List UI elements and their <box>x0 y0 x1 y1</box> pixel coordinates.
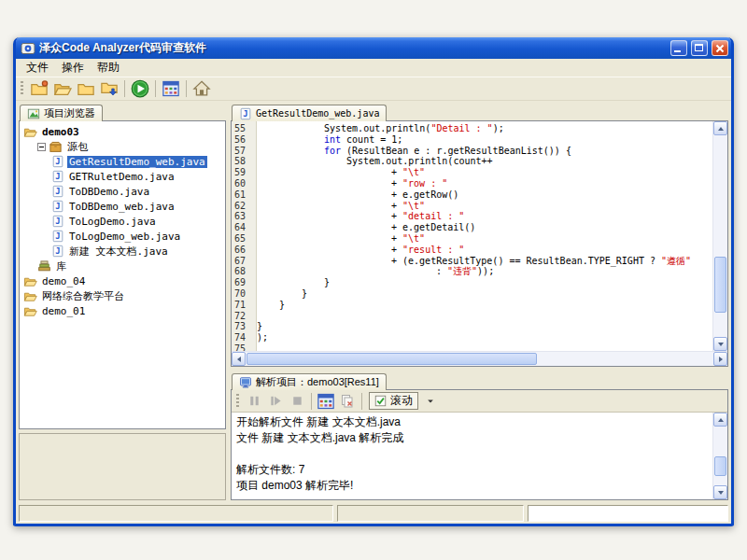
titlebar[interactable]: 泽众Code Analyzer代码审查软件 <box>16 37 731 59</box>
svg-text:J: J <box>55 157 60 166</box>
app-icon <box>21 41 35 56</box>
close-project-button[interactable] <box>76 78 96 99</box>
java-file-icon: J <box>51 155 64 168</box>
stop-button[interactable] <box>288 392 306 411</box>
status-field[interactable] <box>528 505 728 522</box>
tree-item-label: demo03 <box>40 126 81 138</box>
pause-button[interactable] <box>245 392 263 411</box>
tree-item[interactable]: J新建 文本文档.java <box>20 244 225 259</box>
code-line: ); <box>257 332 712 343</box>
toolbar-separator <box>155 80 156 97</box>
report-icon <box>317 392 335 411</box>
parse-log[interactable]: 开始解析文件 新建 文本文档.java文件 新建 文本文档.java 解析完成 … <box>232 413 712 499</box>
explorer-tab-icon <box>27 107 40 120</box>
code-area[interactable]: System.out.println("Detail : ");int coun… <box>257 121 712 351</box>
project-explorer-panel: 项目浏览器 demo03源包JGetResultDemo_web.javaJGE… <box>19 104 226 500</box>
resume-button[interactable] <box>266 392 285 411</box>
parse-tabstrip: 解析项目：demo03[Res11] <box>231 372 728 389</box>
tree-item[interactable]: JToDBDemo_web.java <box>20 199 225 214</box>
dropdown-arrow-icon <box>426 397 435 406</box>
tree-item-label: GetResultDemo_web.java <box>67 156 207 168</box>
minimize-button[interactable] <box>670 40 687 56</box>
code-line: + "\t" <box>257 233 712 245</box>
svg-text:J: J <box>55 172 60 181</box>
toolbar-grip <box>236 394 239 409</box>
tab-project-explorer[interactable]: 项目浏览器 <box>20 105 103 121</box>
scroll-up-button[interactable] <box>713 121 727 135</box>
tab-parse-project[interactable]: 解析项目：demo03[Res11] <box>232 373 387 390</box>
explorer-tab-label: 项目浏览器 <box>44 106 95 120</box>
run-analysis-button[interactable] <box>130 78 150 99</box>
run-icon <box>131 79 149 98</box>
tree-item[interactable]: JGETRuletDemo.java <box>20 169 225 184</box>
home-button[interactable] <box>191 78 212 99</box>
code-line <box>257 311 712 322</box>
tree-item[interactable]: 网络综合教学平台 <box>20 288 225 303</box>
tree-item[interactable]: JToLogDemo_web.java <box>20 229 225 244</box>
code-line: + "\t" <box>257 201 712 212</box>
code-editor[interactable]: 5556575859606162636465666768697071727374… <box>231 120 728 367</box>
checkbox-checked-icon <box>374 395 387 407</box>
tree-item[interactable]: JToDBDemo.java <box>20 184 225 199</box>
tree-item[interactable]: demo_01 <box>20 303 225 318</box>
code-line: + "\t" <box>257 167 712 178</box>
scroll-track[interactable] <box>713 135 727 337</box>
tree-item[interactable]: 源包 <box>20 139 225 154</box>
report-button[interactable] <box>317 392 335 411</box>
code-line: + e.getRow() <box>257 189 712 201</box>
tree-item[interactable]: demo03 <box>20 124 225 139</box>
copy-icon <box>340 394 355 409</box>
tree-item[interactable]: JGetResultDemo_web.java <box>20 154 225 169</box>
hscroll-thumb[interactable] <box>247 353 537 365</box>
tree-item-label: ToDBDemo.java <box>67 186 151 198</box>
line-number: 74 <box>232 332 256 343</box>
copy-result-button[interactable] <box>338 392 357 411</box>
project-tree: demo03源包JGetResultDemo_web.javaJGETRulet… <box>19 120 226 429</box>
scroll-down-button[interactable] <box>713 485 727 499</box>
tree-expander-icon[interactable] <box>37 143 46 151</box>
code-line: } <box>257 300 712 311</box>
tab-editor-file[interactable]: J GetResultDemo_web.java <box>232 105 387 121</box>
scroll-down-button[interactable] <box>713 337 727 351</box>
code-line: } <box>257 321 712 332</box>
log-vscrollbar[interactable] <box>712 413 727 499</box>
scroll-toggle[interactable]: 滚动 <box>369 392 418 410</box>
import-project-button[interactable] <box>99 78 120 99</box>
more-options-button[interactable] <box>421 392 440 411</box>
parse-tab-label: 解析项目：demo03[Res11] <box>256 375 379 389</box>
menu-operate[interactable]: 操作 <box>55 58 91 77</box>
scroll-right-button[interactable] <box>713 352 727 366</box>
editor-hscrollbar[interactable] <box>232 351 727 366</box>
tree-item-label: ToLogDemo_web.java <box>67 231 182 243</box>
line-number: 62 <box>232 201 256 212</box>
log-line: 文件 新建 文本文档.java 解析完成 <box>236 430 708 446</box>
scroll-up-button[interactable] <box>713 413 727 427</box>
open-project-button[interactable] <box>52 78 73 99</box>
toolbar-separator <box>311 393 312 410</box>
scroll-thumb[interactable] <box>714 257 726 313</box>
svg-text:J: J <box>55 217 60 226</box>
java-file-icon: J <box>51 185 64 198</box>
java-file-icon: J <box>51 230 64 243</box>
report-button[interactable] <box>161 78 181 99</box>
library-icon <box>37 259 51 273</box>
tree-item[interactable]: 库 <box>20 259 225 273</box>
new-project-button[interactable] <box>29 78 49 99</box>
svg-text:J: J <box>55 202 60 211</box>
menu-file[interactable]: 文件 <box>20 58 55 77</box>
project-folder-icon <box>23 304 37 318</box>
tree-item[interactable]: JToLogDemo.java <box>20 214 225 229</box>
hscroll-track[interactable] <box>246 352 713 366</box>
editor-vscrollbar[interactable] <box>712 121 727 351</box>
line-number: 55 <box>232 123 256 134</box>
java-file-icon: J <box>51 200 64 213</box>
home-icon <box>192 79 211 98</box>
tree-item[interactable]: demo_04 <box>20 273 225 288</box>
close-button[interactable] <box>712 40 728 56</box>
maximize-button[interactable] <box>691 40 708 56</box>
project-folder-icon <box>23 125 37 139</box>
scroll-track[interactable] <box>713 427 727 485</box>
scroll-left-button[interactable] <box>232 352 246 366</box>
menu-help[interactable]: 帮助 <box>91 58 126 77</box>
scroll-thumb[interactable] <box>714 456 726 476</box>
